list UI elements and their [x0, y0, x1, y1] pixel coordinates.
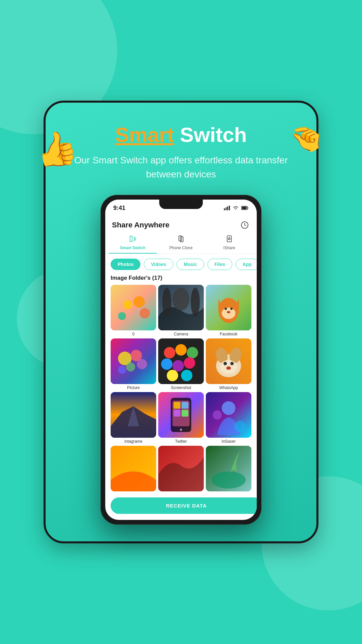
svg-point-34 [164, 347, 175, 359]
folder-screenshot-label: Screenshot [171, 385, 191, 390]
ishare-icon [226, 235, 233, 244]
folder-instagram[interactable]: Intagrame [111, 392, 156, 444]
svg-point-36 [187, 347, 198, 359]
svg-rect-27 [111, 338, 156, 384]
folder-extra2-thumb [158, 446, 204, 491]
folder-whatsapp[interactable]: WhatsApp [206, 338, 251, 390]
folder-instagram-label: Intagrame [124, 439, 142, 444]
notch [159, 200, 203, 209]
svg-rect-56 [182, 402, 188, 409]
app-header: Share Anywhere [105, 216, 257, 232]
outer-card: 👍 🤏 Smart Switch Our Smart Switch app of… [44, 101, 318, 543]
folder-0[interactable]: 0 [111, 285, 156, 336]
svg-rect-57 [174, 410, 180, 417]
folder-picture[interactable]: PIcture [111, 338, 156, 390]
svg-point-40 [167, 370, 178, 381]
svg-point-49 [226, 366, 231, 370]
svg-point-14 [133, 296, 145, 308]
hero-title-rest: Switch [174, 123, 247, 146]
folder-0-label: 0 [132, 332, 135, 336]
svg-point-38 [173, 360, 184, 372]
folder-whatsapp-label: WhatsApp [219, 385, 238, 390]
tab-smart-switch[interactable]: Smart Switch [109, 235, 157, 254]
svg-point-30 [126, 362, 135, 371]
folder-picture-thumb [111, 338, 156, 384]
folder-instagram-thumb [111, 392, 156, 438]
pill-app[interactable]: App [236, 259, 257, 270]
folder-twitter[interactable]: Twitter [158, 392, 204, 444]
pill-photos[interactable]: Photos [111, 259, 140, 270]
svg-rect-7 [130, 236, 132, 242]
folder-camera[interactable]: Camera [158, 285, 204, 336]
folder-whatsapp-thumb [206, 338, 251, 384]
folder-twitter-label: Twitter [175, 439, 187, 444]
svg-point-15 [118, 312, 126, 320]
app-header-title: Share Anywhere [112, 221, 170, 229]
folder-insaver-label: InSaver [222, 439, 235, 444]
tab-ishare-label: IShare [223, 246, 235, 250]
svg-point-62 [234, 421, 246, 432]
tab-phone-clone[interactable]: Phone Clone [157, 235, 205, 254]
folder-screenshot[interactable]: Screenshot [158, 338, 204, 390]
svg-point-11 [228, 238, 230, 240]
folder-extra3[interactable] [206, 446, 251, 491]
folder-screenshot-thumb [158, 338, 204, 384]
svg-point-19 [162, 288, 171, 316]
signal-icon [224, 206, 230, 210]
svg-point-26 [227, 311, 230, 313]
svg-point-48 [230, 362, 234, 365]
svg-point-37 [161, 359, 173, 370]
folder-insaver[interactable]: InSaver [206, 392, 251, 444]
svg-point-25 [230, 308, 233, 310]
svg-point-13 [123, 300, 132, 309]
folder-picture-label: PIcture [127, 385, 140, 390]
svg-rect-55 [174, 402, 180, 409]
phone-clone-icon [177, 235, 185, 244]
history-icon[interactable] [239, 220, 250, 230]
folder-0-thumb [111, 285, 156, 330]
svg-point-35 [175, 344, 187, 356]
app-tabs: Smart Switch Phone Clone [105, 232, 257, 254]
svg-rect-58 [182, 410, 188, 417]
folder-camera-label: Camera [174, 332, 188, 336]
tab-ishare[interactable]: IShare [205, 235, 253, 254]
svg-point-20 [191, 288, 200, 316]
pill-music[interactable]: Music [177, 259, 204, 270]
hero-title-highlight: Smart [115, 123, 174, 146]
folder-insaver-thumb [206, 392, 251, 438]
svg-rect-10 [227, 236, 232, 242]
smart-switch-icon [129, 235, 136, 244]
phone-mockup: 9:41 [101, 195, 261, 525]
status-bar: 9:41 [105, 200, 257, 216]
tab-smart-switch-label: Smart Switch [120, 246, 145, 250]
hand-right-emoji: 🤏 [287, 120, 326, 157]
folder-extra1-thumb [111, 446, 156, 491]
svg-point-31 [137, 359, 147, 369]
pill-files[interactable]: Files [207, 259, 232, 270]
folder-facebook-thumb [206, 285, 251, 330]
folder-extra2[interactable] [158, 446, 204, 491]
svg-rect-12 [111, 285, 156, 330]
folder-facebook[interactable]: Facebook [206, 285, 251, 336]
folder-extra3-thumb [206, 446, 251, 491]
pill-videos[interactable]: Vidoes [144, 259, 173, 270]
svg-rect-1 [226, 207, 227, 210]
svg-rect-2 [227, 206, 228, 210]
svg-point-18 [173, 288, 190, 311]
svg-point-16 [140, 308, 150, 319]
svg-point-54 [180, 429, 182, 431]
svg-rect-3 [229, 206, 230, 210]
wifi-icon [233, 206, 239, 210]
svg-rect-0 [224, 208, 225, 210]
folder-extra1[interactable] [111, 446, 156, 491]
svg-point-47 [224, 362, 227, 365]
receive-data-button[interactable]: RECEIVE DATA [111, 497, 257, 514]
hand-left-emoji: 👍 [33, 126, 81, 172]
status-time: 9:41 [113, 205, 125, 212]
battery-icon [241, 206, 249, 210]
svg-point-60 [222, 401, 236, 415]
hero-subtitle: Our Smart Switch app offers effortless d… [62, 153, 300, 181]
section-title: Image Folder's (17) [105, 275, 257, 285]
svg-point-24 [225, 308, 227, 310]
svg-rect-5 [242, 207, 247, 209]
